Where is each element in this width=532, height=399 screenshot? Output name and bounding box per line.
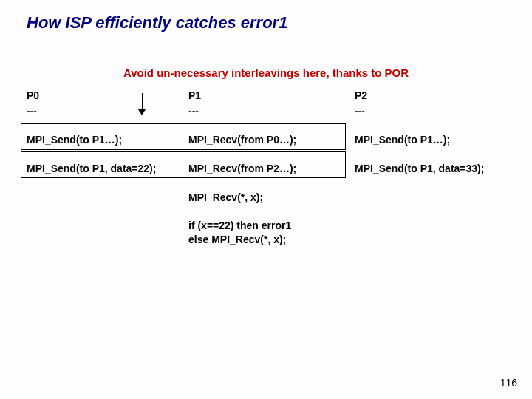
p2-header: P2	[355, 89, 525, 103]
p0-header: P0	[27, 89, 174, 103]
p1-line-2: MPI_Recv(*, x);	[188, 191, 336, 205]
p0-dash: ---	[27, 104, 174, 118]
p2-dash: ---	[355, 104, 525, 118]
column-p2: P2 --- MPI_Send(to P1…); MPI_Send(to P1,…	[355, 89, 525, 191]
page-number: 116	[500, 377, 517, 389]
highlight-box-row2	[21, 151, 346, 178]
p1-line-3: if (x==22) then error1	[188, 219, 336, 233]
p1-dash: ---	[188, 104, 336, 118]
highlight-box-row1	[21, 123, 346, 150]
p2-line-1: MPI_Send(to P1, data=33);	[355, 162, 525, 176]
p2-line-0: MPI_Send(to P1…);	[355, 133, 525, 147]
p1-header: P1	[188, 89, 336, 103]
p1-line-4: else MPI_Recv(*, x);	[188, 233, 336, 247]
slide-subtitle: Avoid un-necessary interleavings here, t…	[0, 66, 532, 79]
slide-title: How ISP efficiently catches error1	[27, 13, 287, 33]
